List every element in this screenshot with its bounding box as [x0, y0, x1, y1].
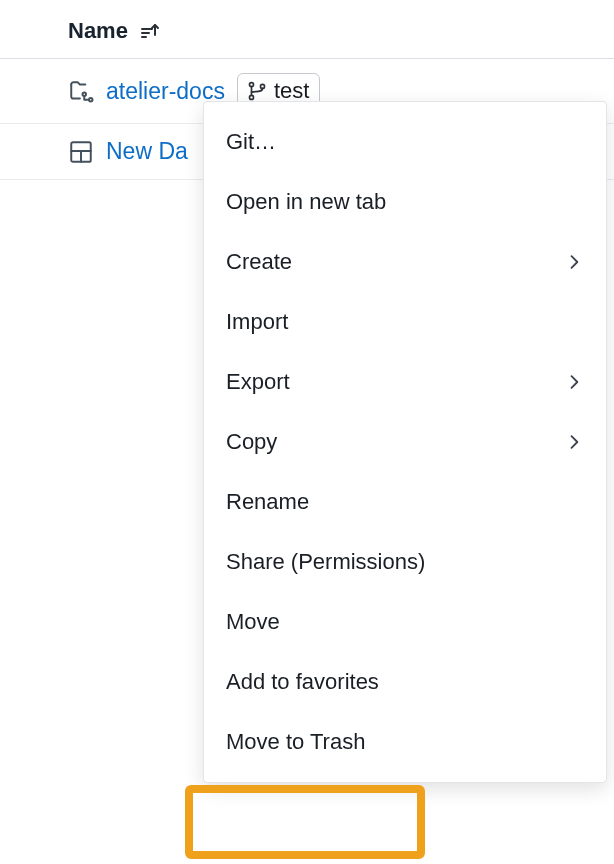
file-link-new-da[interactable]: New Da [106, 138, 188, 165]
menu-item-label: Import [226, 309, 288, 335]
menu-item-create[interactable]: Create [204, 232, 606, 292]
branch-icon [246, 80, 268, 102]
chevron-right-icon [564, 372, 584, 392]
chevron-right-icon [564, 432, 584, 452]
menu-item-copy[interactable]: Copy [204, 412, 606, 472]
menu-item-export[interactable]: Export [204, 352, 606, 412]
menu-item-label: Copy [226, 429, 277, 455]
menu-item-label: Rename [226, 489, 309, 515]
chevron-right-icon [564, 252, 584, 272]
dashboard-icon [68, 139, 94, 165]
menu-item-import[interactable]: Import [204, 292, 606, 352]
column-header[interactable]: Name [0, 0, 614, 59]
context-menu: Git… Open in new tab Create Import Expor… [203, 101, 607, 783]
menu-item-label: Move [226, 609, 280, 635]
menu-item-label: Share (Permissions) [226, 549, 425, 575]
git-folder-icon [68, 78, 94, 104]
menu-item-label: Add to favorites [226, 669, 379, 695]
menu-item-move-trash[interactable]: Move to Trash [204, 712, 606, 772]
menu-item-share[interactable]: Share (Permissions) [204, 532, 606, 592]
menu-item-open-new-tab[interactable]: Open in new tab [204, 172, 606, 232]
menu-item-git[interactable]: Git… [204, 112, 606, 172]
menu-item-label: Create [226, 249, 292, 275]
annotation-highlight [185, 785, 425, 859]
menu-item-rename[interactable]: Rename [204, 472, 606, 532]
column-header-label: Name [68, 18, 128, 44]
menu-item-label: Git… [226, 129, 276, 155]
menu-item-add-favorites[interactable]: Add to favorites [204, 652, 606, 712]
menu-item-label: Export [226, 369, 290, 395]
sort-icon[interactable] [138, 19, 162, 43]
menu-item-label: Move to Trash [226, 729, 365, 755]
menu-item-label: Open in new tab [226, 189, 386, 215]
menu-item-move[interactable]: Move [204, 592, 606, 652]
